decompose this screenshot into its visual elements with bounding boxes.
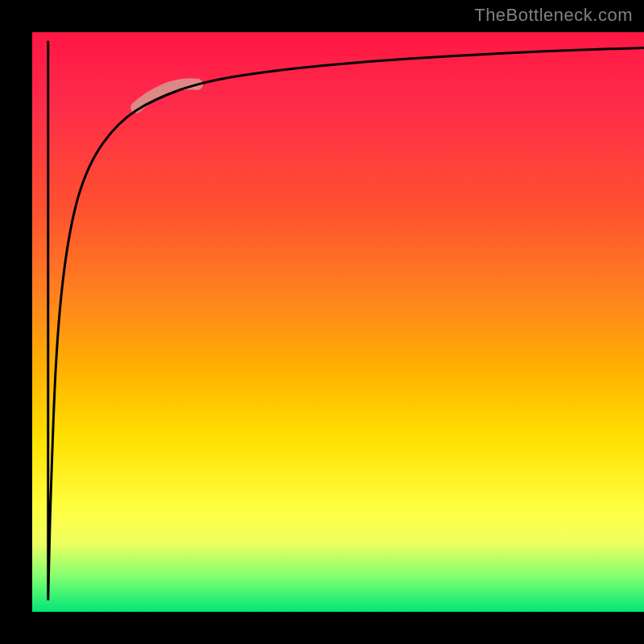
bottleneck-curve [48,41,644,601]
attribution-text: TheBottleneck.com [474,5,633,26]
highlight-segment [136,84,197,107]
plot-gradient-area [32,32,644,612]
curve-svg [32,32,644,612]
